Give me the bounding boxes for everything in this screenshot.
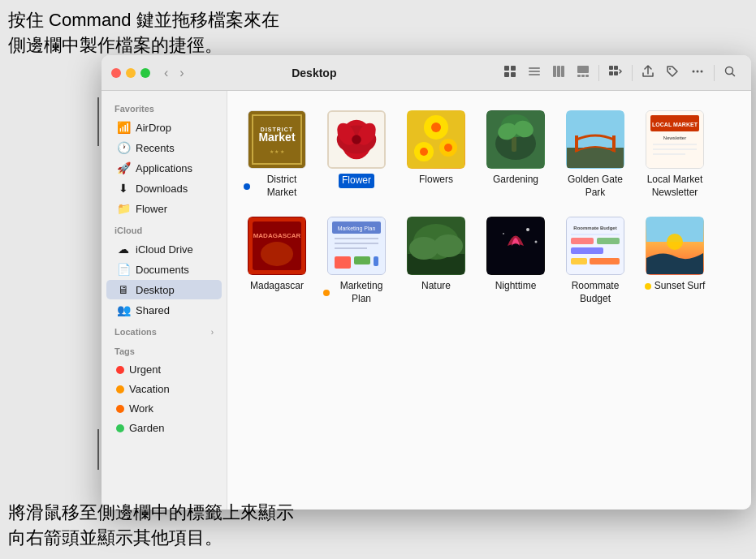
tag-button[interactable] [661, 62, 684, 84]
sidebar-item-airdrop[interactable]: 📶AirDrop [106, 118, 222, 137]
file-item-flower[interactable]: Flower [320, 104, 393, 204]
svg-rect-3 [511, 72, 516, 77]
svg-point-90 [667, 234, 683, 250]
svg-point-40 [444, 144, 452, 152]
file-name-row-flowers: Flowers [419, 174, 453, 187]
tags-label: Tags [102, 340, 227, 359]
svg-rect-76 [487, 217, 544, 274]
locations-chevron-icon[interactable]: › [211, 328, 214, 337]
svg-rect-12 [581, 75, 585, 77]
svg-text:LOCAL MARKET: LOCAL MARKET [652, 122, 698, 127]
file-item-golden-gate-park[interactable]: Golden Gate Park [559, 104, 632, 204]
svg-rect-15 [614, 66, 618, 70]
file-area[interactable]: DISTRICT Market ★ ★ ★ District Market Fl… [227, 91, 751, 510]
file-dot-sunset-surf [645, 283, 651, 290]
sidebar-item-flower[interactable]: 📁Flower [106, 199, 222, 218]
sidebar-item-recents[interactable]: 🕐Recents [106, 138, 222, 157]
sidebar-item-label-icloud-drive: iCloud Drive [136, 243, 193, 256]
sidebar-item-shared[interactable]: 👥Shared [106, 300, 222, 320]
sidebar-item-applications[interactable]: 🚀Applications [106, 158, 222, 178]
view-icon-grid[interactable] [499, 62, 521, 84]
share-button[interactable] [637, 62, 659, 84]
file-item-local-market-newsletter[interactable]: LOCAL MARKET Newsletter Local Market New… [638, 104, 711, 204]
file-name-row-district-market: District Market [244, 174, 310, 199]
sidebar-item-label-shared: Shared [136, 304, 170, 316]
search-button[interactable] [719, 62, 741, 84]
applications-icon: 🚀 [116, 161, 131, 174]
sidebar-item-label-airdrop: AirDrop [136, 122, 171, 134]
favorites-label: Favorites [102, 97, 227, 117]
view-gallery[interactable] [572, 62, 594, 84]
icloud-label: iCloud [102, 219, 227, 239]
sidebar: Favorites 📶AirDrop🕐Recents🚀Applications⬇… [102, 91, 227, 510]
file-item-flowers[interactable]: Flowers [400, 104, 473, 204]
separator1 [598, 65, 599, 81]
svg-rect-66 [335, 243, 378, 244]
svg-point-20 [697, 70, 699, 72]
svg-rect-69 [354, 256, 370, 264]
svg-point-18 [669, 68, 671, 70]
file-thumb-golden-gate-park [566, 110, 624, 169]
file-thumb-district-market: DISTRICT Market ★ ★ ★ [248, 110, 306, 169]
svg-rect-70 [374, 256, 378, 266]
separator2 [632, 65, 633, 81]
group-button[interactable] [603, 62, 628, 84]
svg-text:Roommate Budget: Roommate Budget [573, 226, 616, 230]
file-label-madagascar: Madagascar [250, 280, 304, 293]
svg-rect-55 [653, 144, 697, 145]
sidebar-item-documents[interactable]: 📄Documents [106, 260, 222, 279]
tag-label-work: Work [129, 402, 153, 415]
sidebar-favorites: 📶AirDrop🕐Recents🚀Applications⬇Downloads📁… [102, 118, 227, 218]
file-item-madagascar[interactable]: MADAGASCAR Madagascar [240, 210, 313, 310]
locations-row: Locations › [102, 320, 227, 340]
file-name-row-gardening: Gardening [493, 174, 538, 187]
airdrop-icon: 📶 [116, 121, 131, 134]
svg-rect-0 [504, 66, 509, 71]
tag-label-garden: Garden [129, 422, 164, 434]
sidebar-item-tag-garden[interactable]: Garden [106, 419, 222, 437]
file-thumb-gardening [486, 110, 545, 169]
close-button[interactable] [111, 68, 121, 78]
sidebar-item-label-downloads: Downloads [136, 183, 188, 195]
file-item-district-market[interactable]: DISTRICT Market ★ ★ ★ District Market [240, 104, 313, 204]
locations-label: Locations [114, 327, 211, 337]
file-item-nighttime[interactable]: Nighttime [479, 210, 552, 310]
view-list[interactable] [523, 62, 546, 84]
tag-label-vacation: Vacation [129, 383, 170, 395]
flower-icon: 📁 [116, 202, 131, 215]
svg-point-39 [431, 123, 441, 132]
sidebar-item-icloud-drive[interactable]: ☁iCloud Drive [106, 239, 222, 259]
sidebar-item-tag-work[interactable]: Work [106, 399, 222, 418]
file-item-sunset-surf[interactable]: Sunset Surf [638, 210, 711, 310]
sidebar-item-desktop[interactable]: 🖥Desktop [106, 280, 222, 299]
svg-rect-87 [590, 258, 620, 264]
file-dot-district-market [244, 183, 250, 190]
file-item-roommate-budget[interactable]: Roommate Budget Roommate Budget [559, 210, 632, 310]
view-columns[interactable] [547, 62, 570, 84]
file-thumb-local-market-newsletter: LOCAL MARKET Newsletter [646, 110, 704, 169]
svg-point-33 [352, 135, 361, 144]
file-name-row-madagascar: Madagascar [250, 280, 304, 293]
sidebar-item-label-applications: Applications [136, 162, 192, 174]
sidebar-item-tag-vacation[interactable]: Vacation [106, 380, 222, 398]
svg-rect-84 [597, 238, 620, 244]
toolbar-icons [499, 62, 741, 84]
file-label-flower: Flower [339, 174, 374, 188]
file-item-marketing-plan[interactable]: Marketing Plan Marketing Plan [320, 210, 393, 310]
finder-window: ‹ › Desktop [102, 55, 751, 510]
more-button[interactable] [685, 62, 710, 84]
svg-rect-5 [529, 71, 540, 72]
file-item-nature[interactable]: Nature [400, 210, 473, 310]
callout-line-top [97, 97, 99, 146]
file-name-row-roommate-budget: Roommate Budget [562, 280, 629, 305]
sidebar-item-tag-urgent[interactable]: Urgent [106, 360, 222, 379]
file-label-district-market: District Market [253, 174, 310, 199]
file-label-marketing-plan: Marketing Plan [333, 280, 390, 305]
svg-point-77 [526, 228, 529, 231]
file-name-row-marketing-plan: Marketing Plan [323, 280, 390, 305]
svg-rect-13 [585, 75, 589, 77]
sidebar-item-downloads[interactable]: ⬇Downloads [106, 178, 222, 198]
file-name-row-nighttime: Nighttime [495, 280, 537, 293]
tag-dot-work [116, 405, 124, 413]
file-item-gardening[interactable]: Gardening [479, 104, 552, 204]
